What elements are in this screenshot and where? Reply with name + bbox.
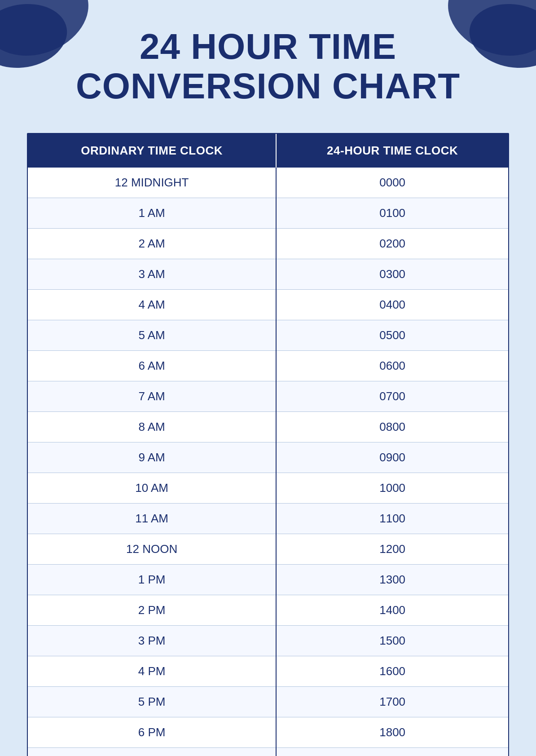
page-title: 24 HOUR TIME CONVERSION CHART [0, 0, 536, 124]
ordinary-time-cell: 7 AM [28, 381, 276, 412]
ordinary-time-cell: 3 AM [28, 259, 276, 290]
ordinary-time-cell: 10 AM [28, 473, 276, 504]
ordinary-time-cell: 6 PM [28, 717, 276, 748]
title-line2: CONVERSION CHART [76, 66, 460, 106]
conversion-table: ORDINARY TIME CLOCK 24-HOUR TIME CLOCK 1… [28, 134, 508, 756]
military-time-cell: 0500 [276, 320, 508, 351]
military-time-cell: 0300 [276, 259, 508, 290]
table-row: 11 AM1100 [28, 504, 508, 534]
table-row: 1 PM1300 [28, 565, 508, 595]
ordinary-time-cell: 5 PM [28, 687, 276, 717]
table-row: 12 MIDNIGHT0000 [28, 168, 508, 198]
col-header-ordinary: ORDINARY TIME CLOCK [28, 134, 276, 168]
table-row: 3 PM1500 [28, 626, 508, 656]
military-time-cell: 1000 [276, 473, 508, 504]
table-row: 5 AM0500 [28, 320, 508, 351]
military-time-cell: 0000 [276, 168, 508, 198]
ordinary-time-cell: 4 AM [28, 290, 276, 320]
table-row: 8 AM0800 [28, 412, 508, 442]
ordinary-time-cell: 8 AM [28, 412, 276, 442]
military-time-cell: 1600 [276, 656, 508, 687]
military-time-cell: 1200 [276, 534, 508, 565]
table-row: 12 NOON1200 [28, 534, 508, 565]
military-time-cell: 0200 [276, 229, 508, 259]
military-time-cell: 0400 [276, 290, 508, 320]
table-row: 7 PM1900 [28, 748, 508, 756]
table-row: 4 AM0400 [28, 290, 508, 320]
military-time-cell: 1100 [276, 504, 508, 534]
ordinary-time-cell: 9 AM [28, 442, 276, 473]
table-row: 6 AM0600 [28, 351, 508, 381]
military-time-cell: 1800 [276, 717, 508, 748]
ordinary-time-cell: 3 PM [28, 626, 276, 656]
conversion-table-container: ORDINARY TIME CLOCK 24-HOUR TIME CLOCK 1… [27, 133, 509, 756]
military-time-cell: 0100 [276, 198, 508, 229]
ordinary-time-cell: 5 AM [28, 320, 276, 351]
ordinary-time-cell: 6 AM [28, 351, 276, 381]
military-time-cell: 1900 [276, 748, 508, 756]
military-time-cell: 0900 [276, 442, 508, 473]
military-time-cell: 1500 [276, 626, 508, 656]
military-time-cell: 0700 [276, 381, 508, 412]
ordinary-time-cell: 1 PM [28, 565, 276, 595]
ordinary-time-cell: 11 AM [28, 504, 276, 534]
table-row: 6 PM1800 [28, 717, 508, 748]
table-row: 9 AM0900 [28, 442, 508, 473]
military-time-cell: 1400 [276, 595, 508, 626]
table-row: 10 AM1000 [28, 473, 508, 504]
ordinary-time-cell: 4 PM [28, 656, 276, 687]
military-time-cell: 1300 [276, 565, 508, 595]
title-line1: 24 HOUR TIME [140, 27, 396, 66]
table-row: 2 AM0200 [28, 229, 508, 259]
table-header-row: ORDINARY TIME CLOCK 24-HOUR TIME CLOCK [28, 134, 508, 168]
ordinary-time-cell: 12 MIDNIGHT [28, 168, 276, 198]
ordinary-time-cell: 2 AM [28, 229, 276, 259]
ordinary-time-cell: 12 NOON [28, 534, 276, 565]
ordinary-time-cell: 7 PM [28, 748, 276, 756]
military-time-cell: 0800 [276, 412, 508, 442]
table-row: 3 AM0300 [28, 259, 508, 290]
table-row: 1 AM0100 [28, 198, 508, 229]
table-body: 12 MIDNIGHT00001 AM01002 AM02003 AM03004… [28, 168, 508, 756]
ordinary-time-cell: 2 PM [28, 595, 276, 626]
military-time-cell: 0600 [276, 351, 508, 381]
col-header-military: 24-HOUR TIME CLOCK [276, 134, 508, 168]
table-row: 2 PM1400 [28, 595, 508, 626]
military-time-cell: 1700 [276, 687, 508, 717]
table-row: 4 PM1600 [28, 656, 508, 687]
table-row: 5 PM1700 [28, 687, 508, 717]
table-row: 7 AM0700 [28, 381, 508, 412]
ordinary-time-cell: 1 AM [28, 198, 276, 229]
